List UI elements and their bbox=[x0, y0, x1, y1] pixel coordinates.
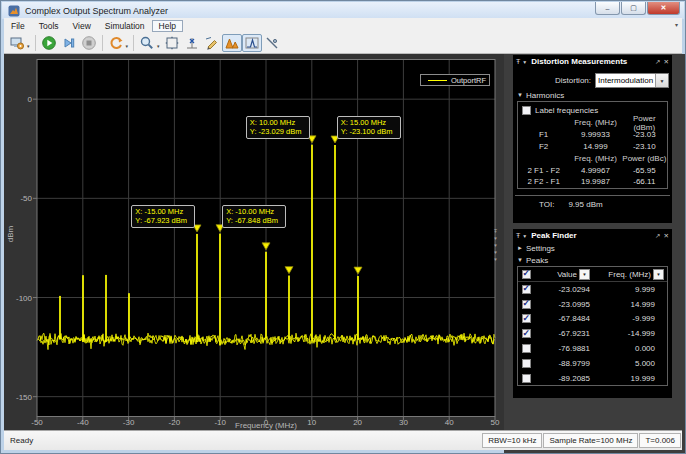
dock-splitter-handle[interactable]: Ŧ ▾ ▾ ▾ ▾ bbox=[491, 228, 500, 266]
title-bar[interactable]: Complex Output Spectrum Analyzer – ▢ ✕ bbox=[2, 2, 684, 19]
select-all-peaks-checkbox[interactable] bbox=[522, 270, 531, 279]
freq-column-header: Freq. (MHz) bbox=[569, 118, 621, 127]
x-tick-label: 40 bbox=[445, 418, 454, 427]
fit-to-view-icon bbox=[164, 35, 180, 51]
value-filter-button[interactable]: ▼ bbox=[579, 269, 590, 280]
settings-section-header[interactable]: ► Settings bbox=[513, 242, 672, 254]
cursor-measurements-icon bbox=[184, 35, 200, 51]
settings-collapsed-icon: ► bbox=[517, 245, 523, 251]
peak-finder-panel: Ŧ ▼ Peak Finder ↗ ✕ ► Settings ▼ Peaks V… bbox=[513, 229, 672, 398]
data-tip[interactable]: X: 10.00 MHzY: -23.029 dBm bbox=[246, 116, 310, 139]
step-forward-button[interactable] bbox=[59, 34, 79, 52]
signal-statistics-toggle[interactable] bbox=[202, 34, 222, 52]
power-dbc-column-header: Power (dBc) bbox=[622, 154, 667, 163]
collapse-arrow-icon[interactable]: ▼ bbox=[522, 233, 527, 239]
peak-checkbox[interactable] bbox=[522, 374, 531, 383]
imd-low-power: -65.95 bbox=[622, 166, 667, 175]
spectral-mask-toggle[interactable] bbox=[262, 34, 282, 52]
sample-rate-status: Sample Rate=100 MHz bbox=[543, 433, 638, 448]
data-tip[interactable]: X: -15.00 MHzY: -67.923 dBm bbox=[131, 205, 195, 228]
run-icon bbox=[41, 35, 57, 51]
zoom-dropdown-icon[interactable]: ▾ bbox=[157, 43, 160, 49]
y-tick-label: -50 bbox=[1, 194, 32, 203]
f1-label: F1 bbox=[518, 130, 569, 139]
combo-dropdown-icon[interactable]: ▼ bbox=[655, 74, 668, 87]
y-tick-label: 0 bbox=[1, 95, 32, 104]
data-tip[interactable]: X: -10.00 MHzY: -67.848 dBm bbox=[222, 205, 286, 228]
freq-filter-button[interactable]: ▼ bbox=[653, 269, 664, 280]
close-button[interactable]: ✕ bbox=[647, 2, 680, 15]
step-forward-icon bbox=[61, 35, 77, 51]
imd-high-freq: 19.9987 bbox=[569, 177, 621, 186]
peaks-section-header[interactable]: ▼ Peaks bbox=[513, 254, 672, 266]
undock-icon[interactable]: ↗ bbox=[655, 232, 660, 240]
undock-icon[interactable]: ↗ bbox=[655, 58, 660, 66]
freq-column-header2: Freq. (MHz) bbox=[569, 154, 621, 163]
y-tick-label: -150 bbox=[1, 392, 32, 401]
menu-tools[interactable]: Tools bbox=[32, 20, 66, 32]
cursor-measurements-toggle[interactable] bbox=[182, 34, 202, 52]
peak-checkbox[interactable] bbox=[522, 359, 531, 368]
fit-to-view-button[interactable] bbox=[162, 34, 182, 52]
pin-icon[interactable]: Ŧ bbox=[516, 58, 520, 65]
imd-low-row: 2 F1 - F2 4.99967 -65.95 bbox=[518, 164, 667, 176]
rbw-status: RBW=10 kHz bbox=[482, 433, 542, 448]
menu-file[interactable]: File bbox=[4, 20, 32, 32]
panel-close-icon[interactable]: ✕ bbox=[664, 232, 669, 240]
peak-freq: 0.000 bbox=[590, 344, 667, 353]
peak-checkbox[interactable] bbox=[522, 314, 531, 323]
harmonics-groupbox: Label frequencies Freq. (MHz) Power (dBm… bbox=[517, 101, 668, 189]
peak-value: -89.2085 bbox=[534, 374, 590, 383]
minimize-button[interactable]: – bbox=[595, 2, 620, 15]
menu-overflow-icon[interactable]: ▾ bbox=[675, 21, 678, 28]
menu-view[interactable]: View bbox=[66, 20, 98, 32]
status-bar: Ready RBW=10 kHz Sample Rate=100 MHz T=0… bbox=[4, 430, 682, 450]
peak-value: -67.9231 bbox=[534, 329, 590, 338]
y-tick-label: -100 bbox=[1, 293, 32, 302]
harmonics-label: Harmonics bbox=[526, 91, 564, 100]
peak-finder-panel-header[interactable]: Ŧ ▼ Peak Finder ↗ ✕ bbox=[513, 229, 672, 242]
stop-icon bbox=[81, 35, 97, 51]
peak-checkbox[interactable] bbox=[522, 329, 531, 338]
zoom-button[interactable] bbox=[137, 34, 157, 52]
stop-button[interactable] bbox=[79, 34, 99, 52]
distortion-measurements-panel: Ŧ ▼ Distortion Measurements ↗ ✕ Distorti… bbox=[513, 55, 672, 223]
configuration-properties-button[interactable] bbox=[7, 34, 27, 52]
data-tip-x: X: 15.00 MHz bbox=[341, 118, 397, 128]
scope-config-icon bbox=[9, 35, 25, 51]
legend[interactable]: OutportRF bbox=[420, 74, 490, 86]
run-button[interactable] bbox=[39, 34, 59, 52]
magnifier-icon bbox=[139, 35, 155, 51]
collapse-arrow-icon[interactable]: ▼ bbox=[522, 59, 527, 65]
spectral-mask-icon bbox=[264, 35, 280, 51]
menu-help[interactable]: Help bbox=[152, 20, 183, 32]
playback-dropdown-icon[interactable]: ▾ bbox=[126, 43, 129, 49]
peak-value: -67.8484 bbox=[534, 314, 590, 323]
toolbar-separator bbox=[102, 35, 103, 51]
harmonics-section-header[interactable]: ▼ Harmonics bbox=[513, 89, 672, 101]
value-column-header: Value bbox=[557, 270, 577, 279]
distortion-panel-header[interactable]: Ŧ ▼ Distortion Measurements ↗ ✕ bbox=[513, 55, 672, 68]
x-tick-label: -40 bbox=[77, 418, 89, 427]
pin-icon[interactable]: Ŧ bbox=[516, 232, 520, 239]
toi-row: TOI: 9.95 dBm bbox=[515, 195, 670, 212]
menu-simulation[interactable]: Simulation bbox=[98, 20, 152, 32]
playback-options-button[interactable] bbox=[106, 34, 126, 52]
spectrum-plot[interactable] bbox=[1, 54, 504, 432]
maximize-button[interactable]: ▢ bbox=[621, 2, 646, 15]
data-tip-x: X: -10.00 MHz bbox=[226, 207, 282, 217]
distortion-type-select[interactable]: Intermodulation ▼ bbox=[595, 73, 669, 88]
peak-checkbox[interactable] bbox=[522, 344, 531, 353]
peaks-table-header: Value ▼ Freq. (MHz) ▼ bbox=[518, 267, 667, 282]
peak-checkbox[interactable] bbox=[522, 300, 531, 309]
peak-row: -89.208519.999 bbox=[518, 371, 667, 386]
panel-close-icon[interactable]: ✕ bbox=[664, 58, 669, 66]
data-tip[interactable]: X: 15.00 MHzY: -23.100 dBm bbox=[337, 116, 401, 139]
distortion-measurements-toggle[interactable] bbox=[222, 34, 242, 52]
peak-finder-toggle[interactable] bbox=[242, 34, 262, 52]
config-dropdown-icon[interactable]: ▾ bbox=[27, 43, 30, 49]
label-frequencies-checkbox[interactable] bbox=[522, 106, 531, 115]
peak-checkbox[interactable] bbox=[522, 285, 531, 294]
f1-freq: 9.99933 bbox=[569, 130, 621, 139]
matlab-app-icon bbox=[8, 5, 20, 17]
